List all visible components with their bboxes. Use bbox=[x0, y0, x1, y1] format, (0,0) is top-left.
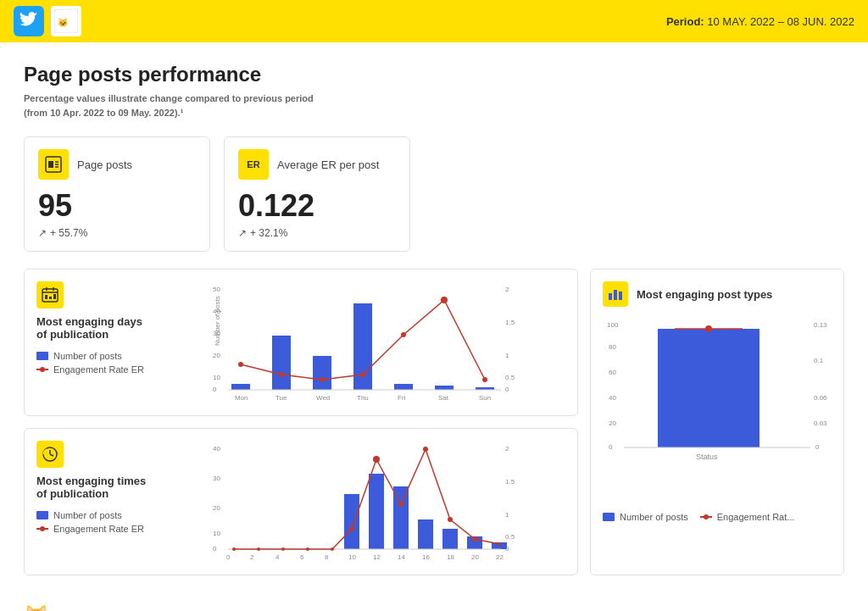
svg-text:0: 0 bbox=[815, 443, 820, 451]
napoleoncat-icon: 🐱 bbox=[51, 6, 81, 36]
svg-text:20: 20 bbox=[213, 504, 220, 512]
svg-text:Thu: Thu bbox=[357, 394, 369, 400]
svg-text:0: 0 bbox=[505, 386, 509, 393]
svg-text:80: 80 bbox=[609, 343, 616, 351]
svg-text:0.5: 0.5 bbox=[505, 374, 515, 381]
svg-point-91 bbox=[472, 536, 477, 542]
svg-point-47 bbox=[482, 377, 487, 382]
svg-point-89 bbox=[423, 447, 428, 452]
svg-point-83 bbox=[281, 547, 285, 551]
svg-text:0: 0 bbox=[213, 545, 217, 553]
svg-point-85 bbox=[331, 547, 334, 551]
page-posts-change-value: + 55.7% bbox=[50, 227, 87, 239]
times-bar-legend-box bbox=[36, 511, 48, 519]
subtitle: Percentage values illustrate change comp… bbox=[24, 92, 844, 119]
svg-text:0.13: 0.13 bbox=[814, 321, 827, 329]
post-types-bar-legend: Number of posts bbox=[603, 512, 688, 522]
times-chart-title: Most engaging times of publication bbox=[36, 475, 155, 500]
svg-rect-3 bbox=[48, 161, 53, 168]
svg-text:Wed: Wed bbox=[316, 394, 330, 400]
svg-point-87 bbox=[373, 456, 380, 463]
page-title: Page posts performance bbox=[24, 63, 844, 86]
svg-point-41 bbox=[238, 362, 243, 367]
svg-text:2: 2 bbox=[505, 445, 509, 453]
avg-er-value: 0.122 bbox=[238, 188, 396, 224]
page-posts-label: Page posts bbox=[77, 158, 132, 171]
svg-text:14: 14 bbox=[398, 553, 405, 559]
avg-er-card: ER Average ER per post 0.122 ↗ + 32.1% bbox=[224, 136, 410, 252]
svg-text:4: 4 bbox=[275, 553, 280, 559]
days-bar-legend: Number of posts bbox=[36, 351, 155, 361]
svg-text:Number of posts: Number of posts bbox=[214, 296, 221, 346]
times-chart-area: 40 30 20 10 0 2 1.5 1 0.5 0 bbox=[165, 441, 565, 563]
period-value: 10 MAY. 2022 – 08 JUN. 2022 bbox=[707, 15, 854, 28]
svg-text:22: 22 bbox=[496, 553, 504, 559]
svg-text:8: 8 bbox=[325, 553, 329, 559]
footer-cat-icon: 🐱 bbox=[24, 604, 49, 611]
days-icon bbox=[36, 281, 64, 308]
post-types-legend: Number of posts Engagement Rat... bbox=[603, 512, 832, 525]
bar-legend-box bbox=[36, 352, 48, 360]
svg-text:1.5: 1.5 bbox=[505, 478, 515, 486]
svg-text:2: 2 bbox=[505, 286, 509, 293]
times-chart-panel: Most engaging times of publication Numbe… bbox=[24, 428, 578, 575]
svg-rect-107 bbox=[658, 329, 760, 447]
times-line-legend-line bbox=[36, 528, 48, 530]
svg-text:2: 2 bbox=[250, 553, 254, 559]
svg-rect-11 bbox=[45, 295, 47, 299]
svg-text:0.06: 0.06 bbox=[814, 394, 827, 402]
page-posts-change: ↗ + 55.7% bbox=[38, 227, 196, 239]
svg-text:20: 20 bbox=[471, 553, 479, 559]
svg-text:10: 10 bbox=[213, 374, 220, 381]
subtitle-mid: compared to bbox=[185, 93, 241, 103]
svg-point-42 bbox=[279, 372, 284, 377]
svg-rect-65 bbox=[442, 529, 458, 549]
svg-text:Sat: Sat bbox=[438, 394, 449, 400]
footer-brand: 🐱 NapoleonCat. bbox=[24, 604, 125, 611]
svg-point-45 bbox=[401, 332, 406, 337]
svg-rect-64 bbox=[418, 519, 433, 549]
times-bar-label: Number of posts bbox=[53, 510, 122, 520]
times-icon bbox=[36, 441, 64, 468]
svg-text:0.03: 0.03 bbox=[814, 419, 827, 427]
svg-rect-62 bbox=[369, 474, 384, 549]
avg-er-icon: ER bbox=[238, 149, 269, 180]
svg-point-92 bbox=[498, 542, 501, 546]
page-posts-card: Page posts 95 ↗ + 55.7% bbox=[24, 136, 210, 252]
svg-line-50 bbox=[50, 454, 53, 456]
post-types-line-legend: Engagement Rat... bbox=[700, 512, 795, 522]
svg-text:18: 18 bbox=[447, 553, 454, 559]
svg-text:0.5: 0.5 bbox=[505, 533, 515, 541]
card-header-er: ER Average ER per post bbox=[238, 149, 396, 180]
svg-rect-61 bbox=[344, 494, 359, 549]
up-arrow-er-icon: ↗ bbox=[238, 227, 247, 239]
svg-text:20: 20 bbox=[213, 352, 220, 359]
times-chart-legend: Most engaging times of publication Numbe… bbox=[36, 441, 155, 563]
svg-rect-31 bbox=[435, 386, 453, 390]
svg-rect-26 bbox=[231, 384, 250, 390]
subtitle-change: change bbox=[150, 93, 183, 103]
svg-text:1.5: 1.5 bbox=[505, 319, 515, 326]
svg-point-44 bbox=[360, 372, 365, 377]
post-types-panel: Most engaging post types 100 80 60 40 20… bbox=[590, 269, 844, 575]
svg-point-46 bbox=[441, 297, 448, 303]
days-line-label: Engagement Rate ER bbox=[53, 364, 144, 375]
svg-text:Status: Status bbox=[696, 453, 718, 461]
svg-text:100: 100 bbox=[607, 321, 619, 329]
left-charts: Most engaging days of publication Number… bbox=[24, 269, 578, 575]
card-header: Page posts bbox=[38, 149, 196, 180]
avg-er-change-value: + 32.1% bbox=[250, 227, 287, 239]
svg-text:0: 0 bbox=[213, 386, 217, 393]
pt-line-label: Engagement Rat... bbox=[717, 512, 795, 522]
post-types-icon bbox=[603, 281, 628, 307]
svg-rect-12 bbox=[49, 297, 52, 299]
svg-text:Fri: Fri bbox=[398, 394, 406, 400]
days-line-legend: Engagement Rate ER bbox=[36, 364, 155, 375]
svg-point-84 bbox=[306, 547, 309, 551]
page-posts-value: 95 bbox=[38, 188, 196, 224]
pt-bar-label: Number of posts bbox=[620, 512, 688, 522]
days-chart-legend: Most engaging days of publication Number… bbox=[36, 281, 155, 403]
subtitle-prev: previous period bbox=[243, 93, 314, 103]
svg-point-81 bbox=[232, 547, 236, 551]
svg-text:30: 30 bbox=[213, 475, 220, 482]
